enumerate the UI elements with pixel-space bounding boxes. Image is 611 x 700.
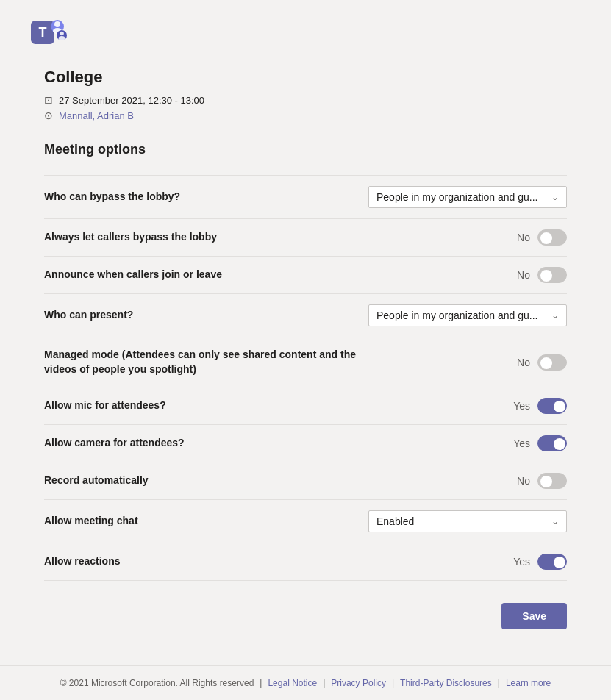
save-button[interactable]: Save xyxy=(501,603,567,629)
option-control-bypass-lobby: People in my organization and gu...⌄ xyxy=(368,186,567,208)
dropdown-allow-meeting-chat[interactable]: Enabled⌄ xyxy=(368,510,567,532)
dropdown-text-allow-meeting-chat: Enabled xyxy=(376,515,547,527)
svg-point-6 xyxy=(60,32,64,36)
learn-more-link[interactable]: Learn more xyxy=(506,678,551,688)
option-label-allow-reactions: Allow reactions xyxy=(44,554,382,569)
toggle-knob-allow-mic xyxy=(554,401,565,413)
option-control-who-can-present: People in my organization and gu...⌄ xyxy=(368,304,567,326)
page-container: T College ⊡ 27 September 2021, 12:30 - 1… xyxy=(0,0,611,700)
option-row-who-can-present: Who can present?People in my organizatio… xyxy=(44,294,567,338)
toggle-knob-record-automatically xyxy=(540,476,552,488)
separator-3: | xyxy=(392,678,394,688)
option-row-record-automatically: Record automaticallyNo xyxy=(44,463,567,500)
toggle-label-allow-mic: Yes xyxy=(513,400,530,412)
dropdown-text-who-can-present: People in my organization and gu... xyxy=(376,310,547,321)
toggle-label-announce-join-leave: No xyxy=(517,269,530,281)
meeting-organizer: Mannall, Adrian B xyxy=(59,110,134,121)
option-row-callers-bypass: Always let callers bypass the lobbyNo xyxy=(44,219,567,257)
toggle-callers-bypass[interactable] xyxy=(537,229,567,246)
toggle-label-record-automatically: No xyxy=(517,475,530,487)
toggle-record-automatically[interactable] xyxy=(537,473,567,489)
privacy-policy-link[interactable]: Privacy Policy xyxy=(331,678,386,688)
meeting-date: 27 September 2021, 12:30 - 13:00 xyxy=(59,95,204,106)
toggle-label-allow-reactions: Yes xyxy=(513,556,530,568)
option-row-managed-mode: Managed mode (Attendees can only see sha… xyxy=(44,338,567,388)
dropdown-text-bypass-lobby: People in my organization and gu... xyxy=(376,191,547,203)
calendar-icon: ⊡ xyxy=(44,94,53,106)
chevron-down-icon-allow-meeting-chat: ⌄ xyxy=(551,516,559,526)
meeting-date-row: ⊡ 27 September 2021, 12:30 - 13:00 xyxy=(44,94,567,106)
option-label-allow-meeting-chat: Allow meeting chat xyxy=(44,514,368,529)
save-section: Save xyxy=(44,581,567,644)
options-container: Who can bypass the lobby?People in my or… xyxy=(44,175,567,581)
toggle-allow-mic[interactable] xyxy=(537,398,567,414)
meeting-organizer-row: ⊙ Mannall, Adrian B xyxy=(44,110,567,121)
copyright-text: © 2021 Microsoft Corporation. All Rights… xyxy=(60,678,254,688)
person-icon: ⊙ xyxy=(44,110,53,121)
chevron-down-icon-who-can-present: ⌄ xyxy=(551,310,559,321)
toggle-knob-callers-bypass xyxy=(540,232,552,244)
chevron-down-icon-bypass-lobby: ⌄ xyxy=(551,192,559,202)
toggle-allow-reactions[interactable] xyxy=(537,554,567,570)
header: T xyxy=(0,0,611,60)
toggle-managed-mode[interactable] xyxy=(537,354,567,371)
option-label-announce-join-leave: Announce when callers join or leave xyxy=(44,268,382,282)
toggle-knob-allow-reactions xyxy=(554,557,565,568)
option-row-allow-meeting-chat: Allow meeting chatEnabled⌄ xyxy=(44,500,567,543)
toggle-label-managed-mode: No xyxy=(517,357,530,368)
option-label-allow-mic: Allow mic for attendees? xyxy=(44,399,382,413)
option-row-allow-camera: Allow camera for attendees?Yes xyxy=(44,425,567,463)
option-control-record-automatically: No xyxy=(517,473,567,489)
option-control-allow-meeting-chat: Enabled⌄ xyxy=(368,510,567,532)
svg-point-3 xyxy=(54,21,60,27)
option-label-who-can-present: Who can present? xyxy=(44,308,368,323)
option-row-allow-mic: Allow mic for attendees?Yes xyxy=(44,388,567,425)
meeting-meta: ⊡ 27 September 2021, 12:30 - 13:00 ⊙ Man… xyxy=(44,94,567,121)
toggle-knob-allow-camera xyxy=(554,438,565,450)
option-row-announce-join-leave: Announce when callers join or leaveNo xyxy=(44,257,567,294)
separator-1: | xyxy=(260,678,262,688)
option-row-bypass-lobby: Who can bypass the lobby?People in my or… xyxy=(44,175,567,219)
third-party-link[interactable]: Third-Party Disclosures xyxy=(400,678,492,688)
dropdown-who-can-present[interactable]: People in my organization and gu...⌄ xyxy=(368,304,567,326)
toggle-knob-announce-join-leave xyxy=(540,270,552,282)
toggle-announce-join-leave[interactable] xyxy=(537,267,567,283)
svg-point-7 xyxy=(59,36,65,40)
section-title: Meeting options xyxy=(44,142,567,157)
option-label-callers-bypass: Always let callers bypass the lobby xyxy=(44,230,382,245)
option-label-allow-camera: Allow camera for attendees? xyxy=(44,436,382,451)
meeting-title: College xyxy=(44,68,567,87)
toggle-label-callers-bypass: No xyxy=(517,232,530,243)
option-row-allow-reactions: Allow reactionsYes xyxy=(44,543,567,581)
option-control-allow-camera: Yes xyxy=(513,435,567,451)
toggle-allow-camera[interactable] xyxy=(537,435,567,451)
option-label-record-automatically: Record automatically xyxy=(44,474,382,488)
option-control-announce-join-leave: No xyxy=(517,267,567,283)
separator-2: | xyxy=(323,678,325,688)
main-content: College ⊡ 27 September 2021, 12:30 - 13:… xyxy=(0,60,611,665)
footer: © 2021 Microsoft Corporation. All Rights… xyxy=(0,665,611,700)
teams-logo: T xyxy=(29,15,68,53)
legal-notice-link[interactable]: Legal Notice xyxy=(268,678,317,688)
option-label-bypass-lobby: Who can bypass the lobby? xyxy=(44,190,368,204)
option-control-managed-mode: No xyxy=(517,354,567,371)
dropdown-bypass-lobby[interactable]: People in my organization and gu...⌄ xyxy=(368,186,567,208)
option-control-callers-bypass: No xyxy=(517,229,567,246)
svg-text:T: T xyxy=(39,25,47,40)
option-control-allow-reactions: Yes xyxy=(513,554,567,570)
toggle-label-allow-camera: Yes xyxy=(513,438,530,449)
toggle-knob-managed-mode xyxy=(540,357,552,369)
separator-4: | xyxy=(498,678,500,688)
option-control-allow-mic: Yes xyxy=(513,398,567,414)
option-label-managed-mode: Managed mode (Attendees can only see sha… xyxy=(44,348,382,376)
